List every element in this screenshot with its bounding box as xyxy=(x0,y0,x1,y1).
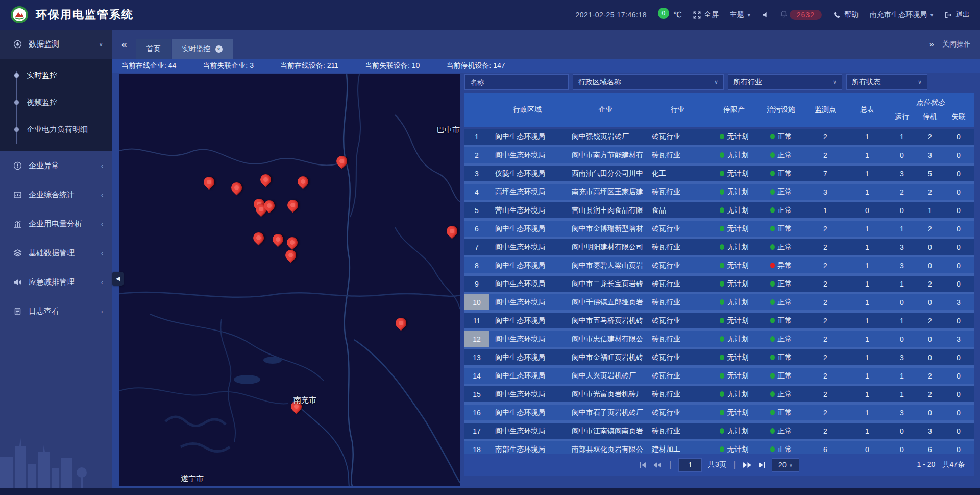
table-row[interactable]: 10阆中生态环境局阆中千佛镇五郎垭页岩砖瓦行业无计划正常21003 xyxy=(464,294,974,310)
cell-industry: 建材加工 xyxy=(646,445,709,454)
cell-company: 阆中市江南镇阆南页岩 xyxy=(566,427,646,436)
table-row[interactable]: 18南部生态环境局南部县双化页岩有限公建材加工无计划正常60060 xyxy=(464,441,974,454)
table-row[interactable]: 1阆中生态环境局阆中强锐页岩砖厂砖瓦行业无计划正常21120 xyxy=(464,129,974,145)
status-dot-icon xyxy=(720,336,724,342)
map-collapse-button[interactable]: ◀ xyxy=(112,272,124,286)
sidebar-item-6[interactable]: 应急减排管理‹ xyxy=(0,268,112,297)
status-text: 正常 xyxy=(778,371,792,381)
sidebar-subitem-3[interactable]: 企业电力负荷明细 xyxy=(0,116,112,143)
cell-stop-status: 无计划 xyxy=(709,353,758,362)
industry-select[interactable]: 所有行业 ∨ xyxy=(728,74,842,90)
status-text: 无计划 xyxy=(727,408,749,417)
table-row[interactable]: 13阆中生态环境局阆中市金福旺页岩机砖砖瓦行业无计划正常21300 xyxy=(464,349,974,365)
sidebar-item-7[interactable]: 日志查看‹ xyxy=(0,297,112,326)
sidebar-item-label: 日志查看 xyxy=(29,307,59,316)
cell-company: 阆中市忠信建材有限公 xyxy=(566,335,646,344)
fullscreen-button[interactable]: 全屏 xyxy=(693,10,719,19)
mute-speaker-button[interactable] xyxy=(762,11,769,18)
sidebar-subitem-2[interactable]: 视频监控 xyxy=(0,89,112,116)
cell-company: 阆中市金博瑞新型墙材 xyxy=(566,224,646,233)
sidebar-item-4[interactable]: 企业用电量分析‹ xyxy=(0,209,112,239)
cell-stopped: 0 xyxy=(917,298,943,307)
cell-industry: 砖瓦行业 xyxy=(646,279,709,289)
stat-item-1: 当前在线企业: 44 xyxy=(121,61,176,70)
cell-company: 阆中明阳建材有限公司 xyxy=(566,243,646,252)
cell-lost: 0 xyxy=(943,188,974,196)
table-row[interactable]: 7阆中生态环境局阆中明阳建材有限公司砖瓦行业无计划正常21300 xyxy=(464,239,974,255)
sidebar-item-2[interactable]: 企业异常‹ xyxy=(0,151,112,180)
status-text: 无计划 xyxy=(727,427,749,436)
table-row[interactable]: 11阆中生态环境局阆中市五马桥页岩机砖砖瓦行业无计划正常21120 xyxy=(464,313,974,328)
sidebar-submenu: 实时监控视频监控企业电力负荷明细 xyxy=(0,59,112,151)
cell-stopped: 0 xyxy=(917,353,943,362)
table-row[interactable]: 16阆中生态环境局阆中市石子页岩机砖厂砖瓦行业无计划正常21300 xyxy=(464,405,974,420)
tab-2[interactable]: 实时监控✕ xyxy=(172,39,233,59)
table-row[interactable]: 3仪陇生态环境局西南油气田分公司川中化工无计划正常71350 xyxy=(464,166,974,181)
notifications-button[interactable]: 2632 xyxy=(780,10,822,20)
table-row[interactable]: 8阆中生态环境局阆中市枣碧大梁山页岩砖瓦行业无计划异常21300 xyxy=(464,257,974,273)
stat-value: 44 xyxy=(168,61,177,69)
enterprise-table-panel: 行政区域名称 ∨ 所有行业 ∨ 所有状态 ∨ xyxy=(464,74,974,476)
cell-stop-status: 无计划 xyxy=(709,206,758,215)
last-page-button[interactable] xyxy=(758,462,766,468)
cell-stopped: 0 xyxy=(917,243,943,251)
close-icon[interactable]: ✕ xyxy=(215,45,223,53)
bullet-icon xyxy=(14,127,19,132)
cell-meter: 1 xyxy=(847,151,887,159)
sidebar-subitem-1[interactable]: 实时监控 xyxy=(0,62,112,89)
status-dot-icon xyxy=(770,263,775,268)
status-text: 异常 xyxy=(778,261,792,270)
sidebar-item-5[interactable]: 基础数据管理‹ xyxy=(0,239,112,268)
column-header-running: 运行 xyxy=(887,107,917,127)
region-select[interactable]: 行政区域名称 ∨ xyxy=(573,74,724,90)
table-row[interactable]: 9阆中生态环境局阆中市二龙长宝页岩砖砖瓦行业无计划正常21120 xyxy=(464,276,974,292)
table-row[interactable]: 5营山生态环境局营山县润丰肉食品有限食品无计划正常10010 xyxy=(464,202,974,218)
table-row[interactable]: 15阆中生态环境局阆中市光富页岩机砖厂砖瓦行业无计划正常21120 xyxy=(464,386,974,402)
table-row[interactable]: 4高坪生态环境局南充市高坪区王家店建砖瓦行业无计划正常31220 xyxy=(464,184,974,200)
table-row[interactable]: 14阆中生态环境局阆中大兴页岩机砖厂砖瓦行业无计划正常21120 xyxy=(464,368,974,384)
status-dot-icon xyxy=(770,207,775,213)
tab-scroll-right-icon[interactable]: » xyxy=(929,39,934,50)
status-select[interactable]: 所有状态 ∨ xyxy=(846,74,927,90)
sidebar-item-3[interactable]: 企业综合统计‹ xyxy=(0,180,112,209)
stats-bar: 当前在线企业: 44当前失联企业: 3当前在线设备: 211当前失联设备: 10… xyxy=(112,59,980,73)
status-text: 正常 xyxy=(778,408,792,417)
first-page-button[interactable] xyxy=(639,462,647,468)
table-row[interactable]: 17阆中生态环境局阆中市江南镇阆南页岩砖瓦行业无计划正常21030 xyxy=(464,423,974,439)
tab-1[interactable]: 首页 xyxy=(136,39,171,59)
tab-scroll-left-icon[interactable]: « xyxy=(121,39,127,50)
status-dot-icon xyxy=(770,428,775,434)
cell-meter: 1 xyxy=(847,353,887,362)
sidebar-item-1[interactable]: 数据监测∨ xyxy=(0,30,112,59)
stat-value: 211 xyxy=(327,61,338,69)
cell-points: 2 xyxy=(803,280,847,288)
table-row[interactable]: 2阆中生态环境局阆中市南方节能建材有砖瓦行业无计划正常21030 xyxy=(464,147,974,163)
next-page-button[interactable] xyxy=(743,462,752,468)
cell-region: 阆中生态环境局 xyxy=(489,408,566,417)
table-row[interactable]: 12阆中生态环境局阆中市忠信建材有限公砖瓦行业无计划正常21003 xyxy=(464,331,974,347)
cell-lost: 0 xyxy=(943,427,974,435)
theme-dropdown[interactable]: 主题 ▾ xyxy=(730,10,750,19)
org-dropdown[interactable]: 南充市生态环境局 ▾ xyxy=(870,10,933,19)
help-button[interactable]: 帮助 xyxy=(833,10,859,19)
cell-points: 2 xyxy=(803,372,847,380)
status-dot-icon xyxy=(770,299,775,305)
page-number-input[interactable] xyxy=(678,458,702,472)
table-row[interactable]: 6阆中生态环境局阆中市金博瑞新型墙材砖瓦行业无计划正常21120 xyxy=(464,221,974,237)
prev-page-button[interactable] xyxy=(653,462,662,468)
cell-meter: 1 xyxy=(847,188,887,196)
cell-running: 0 xyxy=(887,151,917,159)
map-panel[interactable]: 巴中市南充市遂宁市 xyxy=(119,74,460,486)
cell-meter: 1 xyxy=(847,262,887,270)
close-operations-button[interactable]: 关闭操作 xyxy=(942,40,971,49)
logout-button[interactable]: 退出 xyxy=(944,10,970,19)
page-size-select[interactable]: 20 ∨ xyxy=(772,458,799,472)
sidebar-item-label: 基础数据管理 xyxy=(29,248,75,258)
cell-running: 0 xyxy=(887,427,917,435)
status-dot-icon xyxy=(720,226,724,231)
cell-industry: 砖瓦行业 xyxy=(646,298,709,307)
cell-index: 11 xyxy=(464,313,489,328)
table-body: 1阆中生态环境局阆中强锐页岩砖厂砖瓦行业无计划正常211202阆中生态环境局阆中… xyxy=(464,129,974,454)
name-search-input[interactable] xyxy=(464,74,569,90)
status-dot-icon xyxy=(720,299,724,305)
